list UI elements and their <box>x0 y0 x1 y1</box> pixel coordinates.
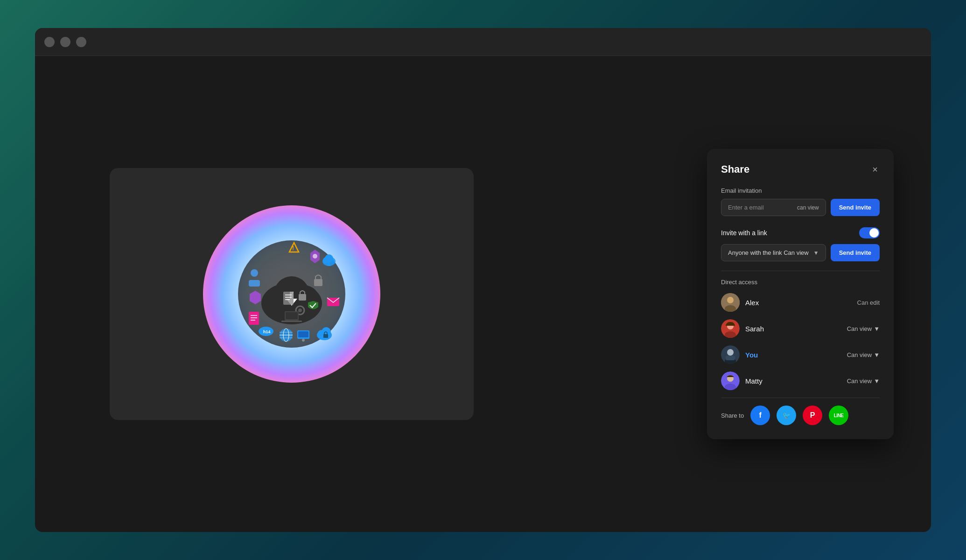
avatar-matty <box>721 371 740 390</box>
alex-permission: Can edit <box>857 299 880 306</box>
svg-rect-56 <box>726 356 735 360</box>
user-name-sarah: Sarah <box>745 325 841 333</box>
direct-access-label: Direct access <box>721 279 880 286</box>
facebook-icon: f <box>759 411 761 420</box>
avatar-you <box>721 345 740 364</box>
line-share-button[interactable]: LINE <box>829 406 848 425</box>
panel-title: Share <box>721 163 749 175</box>
svg-point-19 <box>313 254 317 259</box>
svg-rect-15 <box>281 321 302 322</box>
email-section-label: Email invitation <box>721 187 880 194</box>
user-row-you: You Can view ▼ <box>721 345 880 364</box>
svg-point-48 <box>727 297 734 303</box>
user-row-matty: Matty Can view ▼ <box>721 371 880 390</box>
share-panel: Share × Email invitation Enter a email c… <box>707 149 894 439</box>
svg-rect-25 <box>249 280 260 287</box>
cloud-svg: ! <box>226 229 357 359</box>
email-placeholder: Enter a email <box>728 204 764 211</box>
maximize-traffic-light[interactable] <box>76 37 86 47</box>
avatar-sarah <box>721 319 740 338</box>
matty-avatar-svg <box>721 371 740 390</box>
svg-point-54 <box>727 349 734 356</box>
chevron-down-icon: ▼ <box>813 250 819 256</box>
user-name-matty: Matty <box>745 377 841 385</box>
close-traffic-light[interactable] <box>44 37 55 47</box>
toggle-thumb <box>869 228 879 238</box>
share-to-label: Share to <box>721 412 744 419</box>
share-to-row: Share to f 🐦 P LINE <box>721 406 880 425</box>
link-permission-select[interactable]: Anyone with the link Can view ▼ <box>721 244 826 261</box>
twitter-icon: 🐦 <box>783 412 791 419</box>
user-name-alex: Alex <box>745 299 852 307</box>
email-can-view: can view <box>797 204 819 211</box>
image-area: ! <box>110 168 474 420</box>
link-row: Anyone with the link Can view ▼ Send inv… <box>721 244 880 261</box>
divider-1 <box>721 271 880 271</box>
facebook-share-button[interactable]: f <box>750 406 770 425</box>
email-input-field[interactable]: Enter a email can view <box>721 199 826 216</box>
pinterest-icon: P <box>810 411 815 420</box>
user-name-you: You <box>745 351 841 359</box>
you-permission[interactable]: Can view ▼ <box>847 351 880 358</box>
svg-text:!: ! <box>292 245 294 252</box>
user-row-sarah: Sarah Can view ▼ <box>721 319 880 338</box>
svg-point-22 <box>325 254 333 263</box>
minimize-traffic-light[interactable] <box>60 37 70 47</box>
link-select-text: Anyone with the link Can view <box>728 249 809 256</box>
line-icon: LINE <box>834 413 844 418</box>
link-send-invite-button[interactable]: Send invite <box>831 244 880 261</box>
user-row-alex: Alex Can edit <box>721 293 880 312</box>
email-row: Enter a email can view Send invite <box>721 199 880 216</box>
svg-rect-6 <box>283 292 294 305</box>
svg-text:h14: h14 <box>263 329 271 334</box>
svg-rect-39 <box>298 331 308 337</box>
sarah-permission[interactable]: Can view ▼ <box>847 325 880 332</box>
svg-rect-27 <box>249 312 259 325</box>
email-send-invite-button[interactable]: Send invite <box>831 199 880 216</box>
panel-header: Share × <box>721 163 880 176</box>
svg-rect-46 <box>314 279 322 286</box>
invite-link-row: Invite with a link <box>721 227 880 238</box>
chevron-down-icon: ▼ <box>874 325 880 332</box>
svg-point-40 <box>302 339 305 342</box>
twitter-share-button[interactable]: 🐦 <box>777 406 796 425</box>
chevron-down-icon: ▼ <box>874 351 880 358</box>
sarah-avatar-svg <box>721 319 740 338</box>
titlebar <box>35 28 931 56</box>
alex-avatar-svg <box>721 293 740 312</box>
matty-permission[interactable]: Can view ▼ <box>847 378 880 385</box>
svg-rect-10 <box>299 294 306 301</box>
orb: ! <box>203 205 380 383</box>
svg-rect-44 <box>323 334 328 338</box>
cloud-illustration: ! <box>198 201 385 387</box>
invite-link-label: Invite with a link <box>721 229 767 237</box>
divider-2 <box>721 398 880 398</box>
svg-rect-14 <box>286 312 298 319</box>
pinterest-share-button[interactable]: P <box>803 406 822 425</box>
app-window: ! <box>35 28 931 532</box>
avatar-alex <box>721 293 740 312</box>
window-content: ! <box>35 56 931 532</box>
svg-point-12 <box>298 308 302 312</box>
invite-link-toggle[interactable] <box>859 227 880 238</box>
svg-point-24 <box>251 269 258 277</box>
you-avatar-svg <box>721 345 740 364</box>
chevron-down-icon: ▼ <box>874 378 880 385</box>
close-button[interactable]: × <box>870 163 880 176</box>
